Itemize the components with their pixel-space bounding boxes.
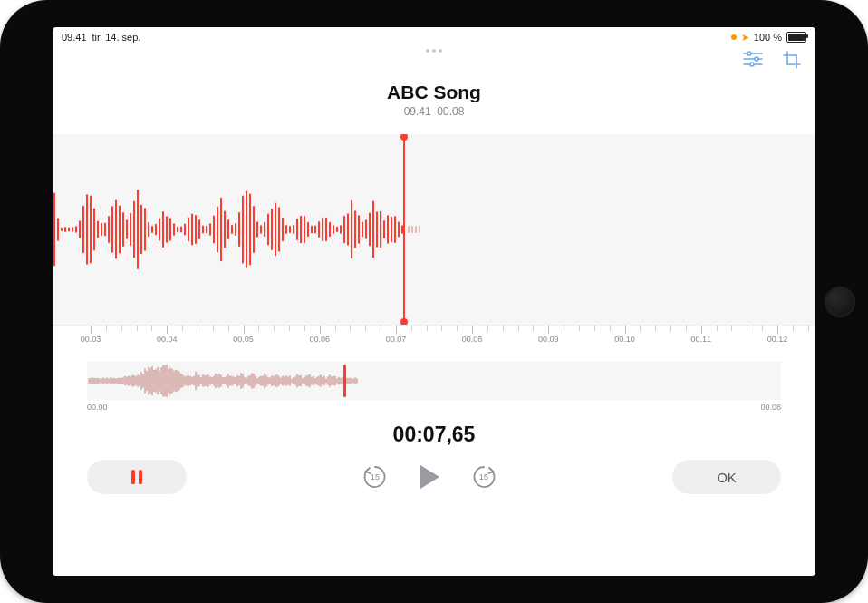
waveform-overview[interactable] [87, 362, 781, 400]
editor-toolbar [743, 51, 801, 69]
recording-indicator-dot [731, 34, 737, 40]
ruler-label: 00.09 [538, 335, 559, 344]
ruler-label: 00.12 [767, 335, 788, 344]
svg-marker-258 [420, 465, 439, 489]
ok-label: OK [717, 470, 737, 485]
time-counter: 00:07,65 [53, 423, 815, 447]
transport-controls: 15 15 OK [53, 447, 815, 494]
ruler-label: 00.07 [386, 335, 407, 344]
ruler-label: 00.11 [690, 335, 711, 344]
ruler-label: 00.03 [81, 335, 101, 344]
svg-point-1 [747, 52, 751, 55]
play-button[interactable] [418, 463, 441, 491]
recording-title[interactable]: ABC Song [53, 82, 815, 103]
overview-start: 00.00 [87, 403, 108, 412]
waveform-large[interactable] [53, 134, 815, 325]
ruler-label: 00.05 [233, 335, 254, 344]
svg-rect-257 [139, 470, 142, 484]
skip-back-label: 15 [371, 472, 380, 481]
multitask-dots[interactable] [53, 49, 815, 53]
options-slider-icon[interactable] [743, 51, 763, 69]
device-frame: 09.41 tir. 14. sep. ➤ 100 % [0, 0, 868, 603]
status-time: 09.41 [62, 32, 87, 43]
status-date: tir. 14. sep. [92, 32, 141, 43]
ruler-label: 00.08 [462, 335, 483, 344]
ok-button[interactable]: OK [672, 460, 781, 494]
svg-point-5 [750, 63, 754, 66]
skip-back-button[interactable]: 15 [362, 463, 389, 491]
overview-playhead[interactable] [343, 365, 346, 397]
ruler-label: 00.10 [614, 335, 635, 344]
skip-forward-button[interactable]: 15 [470, 463, 497, 491]
battery-pct: 100 % [754, 32, 782, 43]
recording-header: ABC Song 09.41 00.08 [53, 82, 815, 118]
screen: 09.41 tir. 14. sep. ➤ 100 % [53, 27, 815, 576]
overview-end: 00.08 [760, 403, 781, 412]
svg-rect-256 [131, 470, 135, 484]
pause-icon [130, 469, 144, 485]
pause-record-button[interactable] [87, 460, 187, 494]
playhead[interactable] [403, 134, 405, 325]
time-ruler[interactable]: 00.0300.0400.0500.0600.0700.0800.0900.10… [53, 325, 815, 351]
crop-icon[interactable] [783, 51, 801, 69]
home-button[interactable] [825, 287, 855, 317]
recording-subtitle: 09.41 00.08 [53, 105, 815, 118]
location-icon: ➤ [741, 32, 749, 44]
battery-icon [786, 32, 806, 43]
ruler-label: 00.04 [157, 335, 178, 344]
svg-point-3 [755, 57, 758, 61]
ruler-label: 00.06 [309, 335, 330, 344]
overview-labels: 00.00 00.08 [87, 403, 781, 412]
status-bar: 09.41 tir. 14. sep. ➤ 100 % [53, 27, 815, 45]
skip-fwd-label: 15 [479, 472, 488, 481]
